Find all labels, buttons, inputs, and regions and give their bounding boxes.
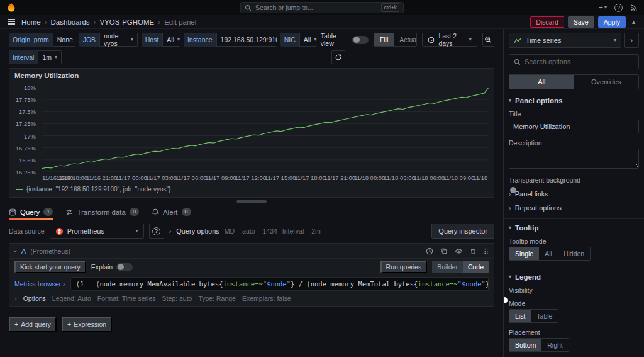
global-search[interactable]: Search or jump to... ctrl+k [240, 2, 404, 13]
tooltip-mode-hidden[interactable]: Hidden [558, 247, 590, 260]
timeseries-viz-icon [514, 37, 522, 44]
section-panel-options[interactable]: ▾ Panel options [509, 97, 639, 105]
code-token: instance [223, 280, 255, 288]
variable-host[interactable]: Host All▾ [142, 33, 180, 47]
duplicate-query-button[interactable] [440, 247, 448, 255]
legend-mode-table[interactable]: Table [531, 310, 558, 322]
visualization-name: Time series [526, 37, 561, 44]
tab-overrides[interactable]: Overrides [574, 75, 639, 89]
save-button[interactable]: Save [568, 16, 594, 28]
code-option[interactable]: Code [463, 261, 489, 273]
zoom-out-button[interactable] [482, 33, 494, 47]
tooltip-mode-label: Tooltip mode [509, 237, 639, 245]
legend-placement-right[interactable]: Right [541, 339, 569, 351]
chevron-up-icon[interactable]: ▴ [630, 18, 638, 25]
description-field-label: Description [509, 139, 639, 147]
breadcrumb: Home › Dashboards › VYOS-PGHOME › Edit p… [21, 18, 196, 26]
tab-query[interactable]: Query 1 [9, 204, 53, 220]
tooltip-mode-group: Single All Hidden [509, 247, 591, 261]
legend-mode-list[interactable]: List [509, 310, 531, 322]
drag-query-handle[interactable] [484, 247, 489, 255]
section-legend[interactable]: ▾ Legend [509, 273, 639, 281]
options-search-input[interactable] [525, 58, 634, 65]
tooltip-mode-all[interactable]: All [539, 247, 558, 260]
repeat-options-section[interactable]: › Repeat options [509, 204, 639, 212]
breadcrumb-edit-panel: Edit panel [164, 18, 196, 26]
panel-resize-handle[interactable] [236, 200, 267, 203]
collapse-options-pane-button[interactable]: › [624, 33, 639, 48]
collapse-query-icon[interactable]: › [12, 250, 19, 252]
variable-nic[interactable]: NIC All▾ [280, 33, 317, 47]
query-footer-actions: +Add query +Expression [9, 317, 494, 332]
datasource-help-button[interactable]: ? [149, 224, 164, 239]
options-label: Options [23, 295, 46, 302]
tooltip-mode-single[interactable]: Single [509, 247, 539, 260]
variable-label: JOB [79, 33, 99, 47]
discard-button[interactable]: Discard [530, 16, 564, 28]
metrics-browser-button[interactable]: Metrics browser › [14, 280, 65, 288]
promql-code-input[interactable]: (1 - (node_memory_MemAvailable_bytes{ins… [70, 277, 489, 291]
menu-icon[interactable] [6, 18, 16, 26]
hide-query-button[interactable] [455, 247, 463, 255]
tab-alert[interactable]: Alert 0 [152, 204, 191, 220]
caret-down-icon: ▾ [509, 275, 511, 280]
query-inspector-button[interactable]: Query inspector [431, 224, 494, 239]
builder-option[interactable]: Builder [432, 261, 463, 273]
chart-plot-area[interactable] [42, 88, 489, 172]
add-query-button[interactable]: +Add query [9, 317, 57, 332]
trash-icon [470, 247, 477, 255]
query-history-button[interactable] [426, 247, 433, 255]
tab-badge: 0 [182, 208, 191, 216]
explain-toggle[interactable] [116, 263, 133, 271]
variable-instance[interactable]: Instance 192.168.50.129:9100 [184, 33, 277, 47]
datasource-picker[interactable]: Prometheus ▾ [50, 224, 144, 239]
bell-icon [152, 208, 159, 216]
add-button[interactable]: +▾ [599, 3, 607, 12]
transform-icon [65, 208, 73, 216]
chevron-right-icon: › [94, 18, 96, 26]
section-tooltip[interactable]: ▾ Tooltip [509, 224, 639, 232]
run-queries-button[interactable]: Run queries [380, 261, 428, 273]
query-options-collapsed-row[interactable]: › Options Legend: Auto Format: Time seri… [9, 293, 494, 306]
breadcrumb-home[interactable]: Home [21, 18, 41, 26]
tab-transform-data[interactable]: Transform data 0 [65, 204, 139, 220]
visualization-picker[interactable]: Time series ▾ [509, 33, 621, 48]
code-token: node_memory_MemTotal_bytes [311, 280, 414, 288]
actual-option[interactable]: Actual [394, 33, 417, 46]
breadcrumb-dashboard-name[interactable]: VYOS-PGHOME [99, 18, 154, 26]
memory-utilization-panel[interactable]: Memory Utilization 16.25%16.5%16.75%17%1… [9, 68, 494, 198]
apply-button[interactable]: Apply [598, 16, 626, 28]
remove-query-button[interactable] [470, 247, 477, 255]
caret-down-icon: ▾ [55, 55, 57, 60]
panel-links-section[interactable]: › Panel links [509, 190, 639, 198]
grafana-app: Search or jump to... ctrl+k +▾ ? Home › … [0, 0, 644, 357]
query-options-toggle[interactable]: › Query options MD = auto = 1434 Interva… [169, 227, 321, 235]
panel-title-input[interactable] [509, 120, 639, 133]
code-token: instance [418, 280, 450, 288]
news-button[interactable] [630, 4, 638, 11]
chart-legend[interactable]: {instance="192.168.50.129:9100", job="no… [16, 186, 170, 193]
legend-series-label[interactable]: {instance="192.168.50.129:9100", job="no… [26, 186, 170, 193]
legend-placement-bottom[interactable]: Bottom [509, 339, 541, 351]
query-options-interval: Interval = 2m [282, 227, 321, 235]
kickstart-button[interactable]: Kick start your query [14, 261, 86, 273]
variable-origin-prom[interactable]: Origin_prom None▾ [9, 33, 75, 47]
tab-label: Transform data [77, 208, 126, 216]
table-view-toggle[interactable] [352, 36, 369, 44]
time-range-picker[interactable]: Last 2 days ▾ [422, 33, 477, 47]
variable-job[interactable]: JOB node-vyos▾ [79, 33, 138, 47]
variable-interval[interactable]: Interval 1m▾ [9, 50, 62, 64]
fill-option[interactable]: Fill [374, 33, 394, 46]
help-button[interactable]: ? [614, 4, 623, 12]
topnav-actions: +▾ ? [599, 3, 638, 12]
options-search[interactable] [509, 54, 639, 69]
refresh-button[interactable] [331, 50, 345, 64]
breadcrumb-dashboards[interactable]: Dashboards [51, 18, 90, 26]
panel-description-input[interactable] [509, 149, 639, 169]
copy-icon [440, 247, 448, 255]
add-expression-button[interactable]: +Expression [62, 317, 112, 332]
tab-all-options[interactable]: All [509, 75, 574, 89]
query-ref-id[interactable]: A [21, 247, 26, 255]
builder-code-group: Builder Code [432, 261, 489, 273]
grafana-logo[interactable] [6, 3, 16, 13]
